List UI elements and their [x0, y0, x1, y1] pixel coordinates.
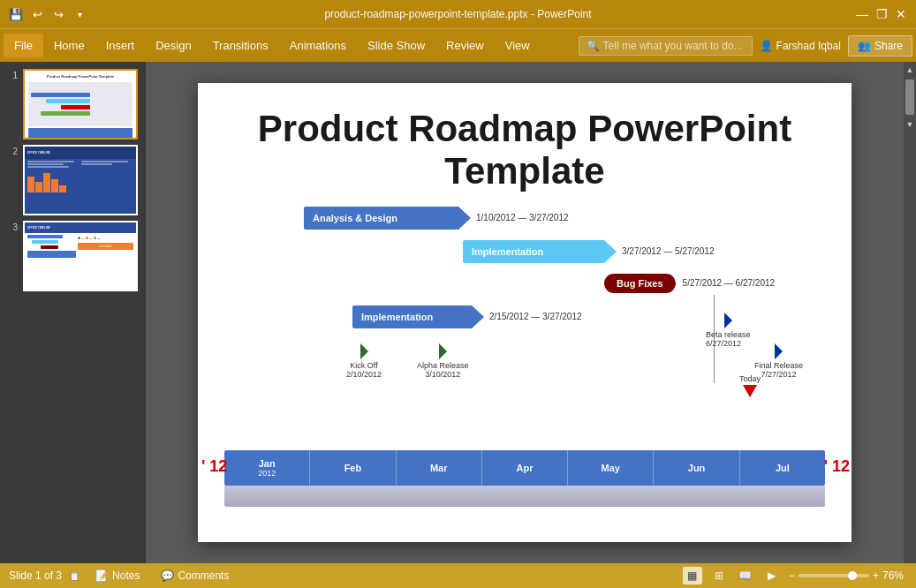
- reading-view-button[interactable]: 📖: [736, 567, 755, 584]
- today-marker: Today: [739, 374, 761, 397]
- alpha-label: Alpha Release3/10/2012: [417, 361, 469, 381]
- month-apr: Apr: [482, 450, 568, 486]
- close-button[interactable]: ✕: [893, 6, 909, 22]
- slide-canvas[interactable]: Product Roadmap PowerPoint Template Anal…: [198, 83, 852, 542]
- scroll-down-button[interactable]: ▼: [904, 118, 916, 131]
- slide-thumb-1[interactable]: 1 Product Roadmap PowerPoint Template: [5, 69, 140, 139]
- save-icon[interactable]: 💾: [7, 5, 25, 23]
- slide-title-line2: Template: [233, 150, 816, 192]
- kickoff-label: Kick Off2/10/2012: [346, 361, 382, 381]
- slide-notes-view-icon: 📋: [69, 571, 79, 581]
- menu-home[interactable]: Home: [43, 34, 95, 57]
- edit-area: Product Roadmap PowerPoint Template Anal…: [146, 62, 904, 563]
- search-icon: 🔍: [587, 40, 600, 52]
- milestone-final: Final Release7/27/2012: [754, 343, 803, 381]
- gradient-bar: [224, 486, 825, 507]
- slide-title-line1: Product Roadmap PowerPoint: [233, 108, 816, 150]
- analysis-label: Analysis & Design: [304, 213, 406, 223]
- zoom-level: 76%: [882, 569, 907, 582]
- status-right: ▦ ⊞ 📖 ▶ − + 76%: [683, 567, 907, 584]
- bugfixes-dates: 5/27/2012 — 6/27/2012: [683, 278, 776, 288]
- impl2-dates: 2/15/2012 — 3/27/2012: [489, 312, 582, 321]
- scroll-up-button[interactable]: ▲: [904, 64, 916, 76]
- status-bar: Slide 1 of 3 📋 📝 Notes 💬 Comments ▦ ⊞ 📖 …: [0, 563, 916, 588]
- restore-button[interactable]: ❐: [874, 6, 890, 22]
- vertical-scrollbar[interactable]: ▲ ▼: [904, 62, 916, 563]
- analysis-dates: 1/10/2012 — 3/27/2012: [476, 213, 569, 222]
- zoom-in-icon[interactable]: +: [873, 569, 879, 582]
- normal-view-button[interactable]: ▦: [683, 567, 702, 584]
- menu-design[interactable]: Design: [145, 34, 201, 57]
- month-may: May: [568, 450, 654, 486]
- slide-thumb-2[interactable]: 2 OFFICE TIMELINE: [5, 145, 140, 215]
- zoom-slider[interactable]: [799, 574, 869, 577]
- menu-animations[interactable]: Animations: [279, 34, 357, 57]
- slide-num-2: 2: [5, 147, 18, 156]
- zoom-area: − + 76%: [789, 569, 907, 582]
- notes-button[interactable]: 📝 Notes: [90, 568, 145, 584]
- gantt-row-impl2: Implementation 2/15/2012 — 3/27/2012: [352, 305, 582, 328]
- scroll-thumb[interactable]: [905, 79, 914, 115]
- user-name: Farshad Iqbal: [776, 40, 841, 52]
- user-avatar-icon: 👤: [760, 40, 773, 52]
- quick-access-toolbar: 💾 ↩ ↪ ▾: [7, 5, 88, 23]
- search-input[interactable]: [603, 40, 745, 52]
- timeline-area: ' 12 Jan2012 Feb Mar Apr May Jun Jul ' 1: [224, 450, 825, 507]
- title-bar: 💾 ↩ ↪ ▾ product-roadmap-powerpoint-templ…: [0, 0, 916, 28]
- slide-image-3[interactable]: OFFICE TIMELINE: [23, 221, 138, 291]
- comments-icon: 💬: [161, 569, 174, 582]
- comments-button[interactable]: 💬 Comments: [155, 568, 234, 584]
- window-controls: — ❐ ✕: [854, 6, 909, 22]
- zoom-out-icon[interactable]: −: [789, 569, 795, 582]
- milestone-beta: Beta release6/27/2012: [706, 313, 751, 350]
- month-feb: Feb: [310, 450, 396, 486]
- milestone-alpha: Alpha Release3/10/2012: [417, 343, 469, 381]
- beta-label: Beta release6/27/2012: [706, 330, 751, 350]
- implementation-dates: 3/27/2012 — 5/27/2012: [622, 246, 715, 256]
- slide-image-2[interactable]: OFFICE TIMELINE: [23, 145, 138, 215]
- menu-file[interactable]: File: [4, 34, 43, 57]
- undo-icon[interactable]: ↩: [28, 5, 46, 23]
- slideshow-view-button[interactable]: ▶: [762, 567, 782, 584]
- notes-icon: 📝: [95, 569, 109, 582]
- menu-view[interactable]: View: [495, 34, 541, 57]
- user-area[interactable]: 👤 Farshad Iqbal: [753, 36, 848, 56]
- minimize-button[interactable]: —: [854, 6, 870, 22]
- menu-insert[interactable]: Insert: [95, 34, 146, 57]
- implementation-label: Implementation: [463, 246, 552, 257]
- menu-slideshow[interactable]: Slide Show: [357, 34, 435, 57]
- slide-info: Slide 1 of 3: [9, 569, 62, 582]
- slide-num-3: 3: [5, 222, 18, 232]
- redo-icon[interactable]: ↪: [49, 5, 67, 23]
- zoom-thumb[interactable]: [848, 571, 857, 580]
- months-bar: Jan2012 Feb Mar Apr May Jun Jul: [224, 450, 825, 486]
- month-jun: Jun: [654, 450, 739, 486]
- main-area: 1 Product Roadmap PowerPoint Template 2: [0, 62, 916, 563]
- share-button[interactable]: 👥 Share: [848, 35, 912, 57]
- window-title: product-roadmap-powerpoint-template.pptx…: [324, 8, 591, 20]
- today-arrow: [743, 385, 757, 397]
- gantt-row-analysis: Analysis & Design 1/10/2012 — 3/27/2012: [304, 207, 569, 230]
- slide-sorter-button[interactable]: ⊞: [709, 567, 729, 584]
- slide-thumb-3[interactable]: 3 OFFICE TIMELINE: [5, 221, 140, 291]
- share-icon: 👥: [858, 40, 871, 52]
- gantt-row-implementation: Implementation 3/27/2012 — 5/27/2012: [463, 240, 715, 263]
- slide-image-1[interactable]: Product Roadmap PowerPoint Template: [23, 69, 138, 139]
- milestone-kickoff: Kick Off2/10/2012: [346, 343, 382, 381]
- search-box[interactable]: 🔍: [579, 36, 753, 56]
- menu-bar: File Home Insert Design Transitions Anim…: [0, 28, 916, 62]
- menu-transitions[interactable]: Transitions: [202, 34, 279, 57]
- month-jan: Jan2012: [224, 450, 310, 486]
- menu-review[interactable]: Review: [435, 34, 495, 57]
- comments-label: Comments: [178, 569, 229, 582]
- slide-num-1: 1: [5, 71, 18, 80]
- slide-panel: 1 Product Roadmap PowerPoint Template 2: [0, 62, 146, 563]
- month-jul: Jul: [740, 450, 825, 486]
- year-left: ' 12: [201, 457, 227, 476]
- notes-label: Notes: [112, 569, 140, 582]
- impl2-label: Implementation: [352, 312, 442, 322]
- customize-icon[interactable]: ▾: [71, 5, 88, 23]
- year-right: ' 12: [824, 457, 850, 476]
- month-mar: Mar: [397, 450, 482, 486]
- bugfixes-label: Bug Fixes: [604, 274, 676, 293]
